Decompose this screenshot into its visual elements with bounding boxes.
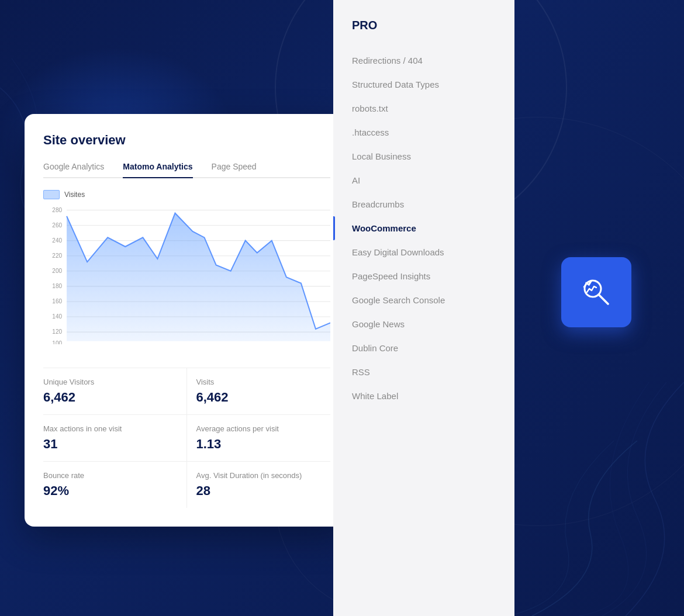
svg-text:280: 280	[52, 206, 62, 213]
svg-text:140: 140	[52, 313, 62, 320]
card-title: Site overview	[43, 133, 330, 148]
pro-menu-list: Redirections / 404 Structured Data Types…	[333, 49, 514, 408]
menu-item-local-business[interactable]: Local Business	[333, 144, 514, 168]
legend-box	[43, 190, 60, 199]
stat-visits-label: Visits	[196, 378, 331, 386]
svg-line-20	[599, 295, 608, 304]
menu-item-pagespeed[interactable]: PageSpeed Insights	[333, 264, 514, 288]
menu-item-dublin-core[interactable]: Dublin Core	[333, 336, 514, 360]
menu-item-edd[interactable]: Easy Digital Downloads	[333, 240, 514, 264]
stat-bounce-rate-value: 92%	[43, 483, 177, 499]
svg-text:220: 220	[52, 252, 62, 259]
stat-avg-actions: Average actions per visit 1.13	[187, 414, 331, 461]
menu-item-woocommerce[interactable]: WooCommerce	[333, 216, 514, 240]
svg-text:120: 120	[52, 328, 62, 335]
menu-item-breadcrumbs[interactable]: Breadcrumbs	[333, 192, 514, 216]
stat-avg-actions-value: 1.13	[196, 437, 331, 452]
svg-text:240: 240	[52, 237, 62, 244]
stat-unique-visitors: Unique Visitors 6,462	[43, 368, 187, 414]
svg-text:260: 260	[52, 222, 62, 228]
stat-bounce-rate: Bounce rate 92%	[43, 461, 187, 508]
svg-text:100: 100	[52, 340, 62, 344]
stat-max-actions-label: Max actions in one visit	[43, 424, 177, 433]
menu-item-redirections[interactable]: Redirections / 404	[333, 49, 514, 72]
stat-avg-actions-label: Average actions per visit	[196, 424, 331, 433]
stat-visits-value: 6,462	[196, 390, 331, 405]
chart-legend: Visites	[43, 190, 330, 199]
stats-grid: Unique Visitors 6,462 Visits 6,462 Max a…	[43, 368, 330, 508]
stat-unique-visitors-value: 6,462	[43, 390, 177, 405]
site-overview-card: Site overview Google Analytics Matomo An…	[25, 114, 349, 527]
chart-area: Visites 280 260 240 220 200 180	[43, 190, 330, 354]
stat-visit-duration: Avg. Visit Duration (in seconds) 28	[187, 461, 331, 508]
pro-title: PRO	[333, 19, 514, 32]
stat-bounce-rate-label: Bounce rate	[43, 471, 177, 480]
menu-item-structured-data[interactable]: Structured Data Types	[333, 72, 514, 96]
tab-page-speed[interactable]: Page Speed	[212, 162, 257, 177]
deco-lines-right	[509, 382, 684, 616]
stat-visit-duration-value: 28	[196, 483, 331, 499]
stat-visits: Visits 6,462	[187, 368, 331, 414]
menu-item-ai[interactable]: AI	[333, 168, 514, 192]
chart-svg-container: 280 260 240 220 200 180 160 140 120 100	[43, 204, 330, 344]
search-analytics-icon	[580, 276, 613, 309]
tabs-row: Google Analytics Matomo Analytics Page S…	[43, 162, 330, 178]
tab-google-analytics[interactable]: Google Analytics	[43, 162, 104, 177]
legend-label: Visites	[64, 191, 85, 199]
stat-unique-visitors-label: Unique Visitors	[43, 378, 177, 386]
svg-text:160: 160	[52, 298, 62, 304]
menu-item-google-search-console[interactable]: Google Search Console	[333, 288, 514, 312]
pro-panel: PRO Redirections / 404 Structured Data T…	[333, 0, 514, 616]
tab-matomo-analytics[interactable]: Matomo Analytics	[123, 162, 192, 177]
menu-item-white-label[interactable]: White Label	[333, 384, 514, 408]
stat-max-actions-value: 31	[43, 437, 177, 452]
stat-max-actions: Max actions in one visit 31	[43, 414, 187, 461]
svg-text:200: 200	[52, 268, 62, 274]
menu-item-rss[interactable]: RSS	[333, 360, 514, 384]
svg-text:180: 180	[52, 283, 62, 289]
icon-box	[561, 257, 631, 327]
menu-item-robots[interactable]: robots.txt	[333, 96, 514, 120]
menu-item-htaccess[interactable]: .htaccess	[333, 120, 514, 144]
stat-visit-duration-label: Avg. Visit Duration (in seconds)	[196, 471, 331, 480]
menu-item-google-news[interactable]: Google News	[333, 312, 514, 336]
